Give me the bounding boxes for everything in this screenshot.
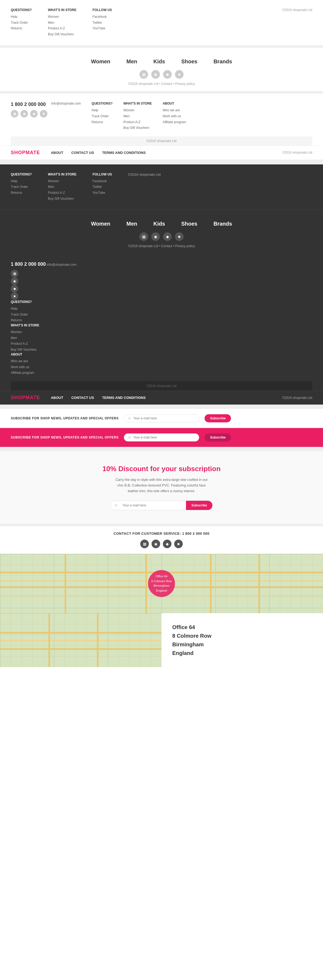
- f5-men[interactable]: Men: [48, 184, 76, 190]
- f5-gift[interactable]: Buy Gift Vouchers: [48, 196, 76, 202]
- f3-men[interactable]: Men: [123, 113, 152, 119]
- returns-link[interactable]: Returns: [11, 25, 32, 32]
- f5-track[interactable]: Track Order: [11, 184, 32, 190]
- youtube-link[interactable]: YouTube: [93, 25, 112, 32]
- facebook-icon-2[interactable]: ■: [40, 110, 48, 118]
- instagram-icon-dark[interactable]: ▦: [139, 232, 148, 241]
- nav-brands[interactable]: Brands: [214, 59, 232, 65]
- f6-kids[interactable]: Kids: [154, 221, 165, 227]
- nav-men[interactable]: Men: [127, 59, 137, 65]
- f5-twitter[interactable]: Twitter: [93, 184, 112, 190]
- f6-contact[interactable]: • Contact: [159, 244, 172, 248]
- facebook-icon-dark[interactable]: ■: [175, 232, 184, 241]
- f7-affiliate[interactable]: Affiliate program: [11, 370, 312, 376]
- footer3-store: WHAT'S IN STORE Women Men Product A-Z Bu…: [123, 102, 152, 131]
- f6-men[interactable]: Men: [127, 221, 137, 227]
- nav-women[interactable]: Women: [91, 59, 110, 65]
- instagram-icon-2[interactable]: ▦: [11, 110, 18, 118]
- pint-dark-2[interactable]: ◉: [11, 277, 18, 285]
- f7-track[interactable]: Track Order: [11, 312, 312, 318]
- contact-fb-icon[interactable]: ■: [174, 539, 183, 548]
- f3-women[interactable]: Women: [123, 108, 152, 113]
- subscribe-button-pink[interactable]: Subscribe: [204, 433, 231, 441]
- women-link[interactable]: Women: [48, 14, 76, 20]
- twitter-icon[interactable]: ◆: [163, 70, 172, 79]
- men-link[interactable]: Men: [48, 20, 76, 26]
- f3-gift[interactable]: Buy Gift Vouchers: [123, 125, 152, 131]
- gift-vouchers-link[interactable]: Buy Gift Vouchers: [48, 32, 76, 37]
- f7-gift[interactable]: Buy Gift Vouchers: [11, 347, 312, 353]
- fb-dark-2[interactable]: ■: [11, 293, 18, 300]
- f5-facebook[interactable]: Facebook: [93, 178, 112, 185]
- f5-product[interactable]: Product A-Z: [48, 190, 76, 196]
- f6-privacy[interactable]: • Privacy policy: [173, 244, 195, 248]
- subscribe-button-light[interactable]: Subscribe: [204, 414, 231, 422]
- terms-dark-link[interactable]: TERMS AND CONDITIONS: [102, 396, 146, 400]
- footer3-about: ABOUT Who we are Work with us Affiliate …: [163, 102, 186, 131]
- f7-help[interactable]: Help: [11, 306, 312, 312]
- footer2-social: ▦ ◉ ◆ ■: [0, 70, 323, 79]
- road2-v2: [97, 613, 98, 667]
- f5-women[interactable]: Women: [48, 178, 76, 185]
- f7-work[interactable]: Work with us: [11, 364, 312, 370]
- f6-brands[interactable]: Brands: [214, 221, 232, 227]
- f5-help[interactable]: Help: [11, 178, 32, 185]
- about-dark-link[interactable]: ABOUT: [51, 396, 63, 400]
- twitter-icon-dark[interactable]: ◆: [163, 232, 172, 241]
- divider-1: [0, 46, 323, 48]
- facebook-link[interactable]: Facebook: [93, 14, 112, 20]
- f7-product[interactable]: Product A-Z: [11, 341, 312, 347]
- brand-logo-light[interactable]: SHOPMATE: [11, 150, 40, 156]
- twitter-icon-2[interactable]: ◆: [30, 110, 38, 118]
- twitter-link[interactable]: Twitter: [93, 20, 112, 26]
- brand-logo-dark[interactable]: SHOPMATE: [11, 395, 40, 401]
- terms-nav-link[interactable]: TERMS AND CONDITIONS: [102, 151, 146, 155]
- footer-section-6: Women Men Kids Shoes Brands ▦ ◉ ◆ ■ ©201…: [0, 210, 323, 253]
- insta-dark-2[interactable]: ▦: [11, 270, 18, 277]
- email-input-pink[interactable]: [133, 436, 195, 439]
- f3-track[interactable]: Track Order: [92, 113, 112, 119]
- promo-email-input[interactable]: [122, 501, 186, 510]
- contact-pint-icon[interactable]: ◉: [152, 539, 160, 548]
- f3-product[interactable]: Product A-Z: [123, 119, 152, 125]
- pinterest-icon[interactable]: ◉: [151, 70, 160, 79]
- contact-dark-link[interactable]: CONTACT US: [71, 396, 94, 400]
- instagram-icon[interactable]: ▦: [139, 70, 148, 79]
- about-nav-link[interactable]: ABOUT: [51, 151, 63, 155]
- f7-women[interactable]: Women: [11, 329, 312, 335]
- f5-youtube[interactable]: YouTube: [93, 190, 112, 196]
- help-link[interactable]: Help: [11, 14, 32, 20]
- road2-v1: [49, 613, 50, 667]
- facebook-icon[interactable]: ■: [175, 70, 184, 79]
- footer6-social: ▦ ◉ ◆ ■: [0, 232, 323, 241]
- f3-help[interactable]: Help: [92, 108, 112, 113]
- f7-who[interactable]: Who we are: [11, 358, 312, 364]
- track-order-link[interactable]: Track Order: [11, 20, 32, 26]
- footer5-follow: FOLLOW US Facebook Twitter YouTube: [93, 172, 112, 202]
- f7-returns[interactable]: Returns: [11, 318, 312, 323]
- pinterest-icon-2[interactable]: ◉: [21, 110, 28, 118]
- pinterest-icon-dark[interactable]: ◉: [151, 232, 160, 241]
- email-dark: info@shopmate.com: [47, 263, 76, 267]
- contact-nav-link[interactable]: CONTACT US: [71, 151, 94, 155]
- privacy-link[interactable]: • Privacy policy: [173, 82, 195, 86]
- f6-shoes[interactable]: Shoes: [181, 221, 197, 227]
- promo-subscribe-button[interactable]: Subscribe: [186, 501, 212, 510]
- f6-women[interactable]: Women: [91, 221, 110, 227]
- product-az-link[interactable]: Product A-Z: [48, 25, 76, 32]
- footer-follow-col: FOLLOW US Facebook Twitter YouTube: [93, 8, 112, 37]
- f3-affiliate[interactable]: Affiliate program: [163, 119, 186, 125]
- f3-who[interactable]: Who we are: [163, 108, 186, 113]
- follow-heading: FOLLOW US: [93, 8, 112, 12]
- nav-kids[interactable]: Kids: [154, 59, 165, 65]
- f3-returns[interactable]: Returns: [92, 119, 112, 125]
- f3-work[interactable]: Work with us: [163, 113, 186, 119]
- contact-insta-icon[interactable]: ▦: [140, 539, 149, 548]
- f7-men[interactable]: Men: [11, 335, 312, 341]
- twit-dark-2[interactable]: ◆: [11, 285, 18, 293]
- nav-shoes[interactable]: Shoes: [181, 59, 197, 65]
- f5-returns[interactable]: Returns: [11, 190, 32, 196]
- contact-link[interactable]: • Contact: [159, 82, 172, 86]
- email-input-light[interactable]: [133, 417, 195, 420]
- contact-twit-icon[interactable]: ◆: [163, 539, 171, 548]
